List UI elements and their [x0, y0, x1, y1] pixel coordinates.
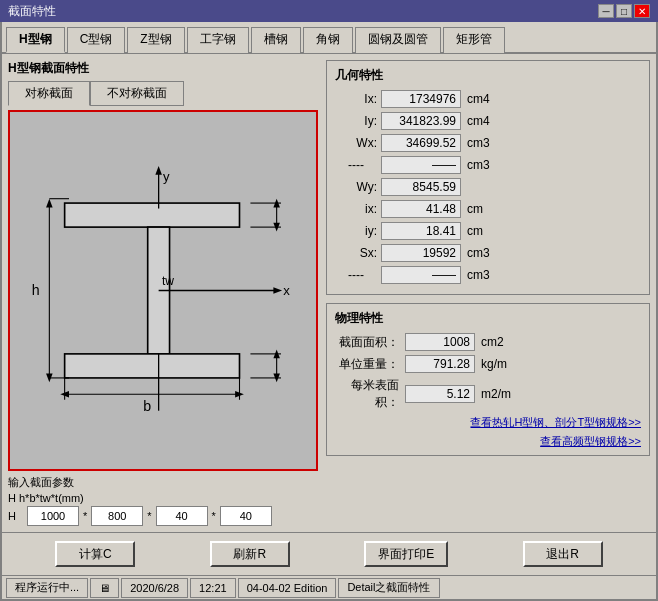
refresh-button[interactable]: 刷新R: [210, 541, 290, 567]
unit-ixx: cm: [467, 202, 497, 216]
unit-area: cm2: [481, 335, 504, 349]
minimize-button[interactable]: ─: [598, 4, 614, 18]
param-input-row: H * * *: [8, 506, 318, 526]
section-title: H型钢截面特性: [8, 60, 318, 77]
content-area: H型钢截面特性 对称截面 不对称截面: [2, 54, 656, 532]
input-params: 输入截面参数 H h*b*tw*t(mm) H * * *: [8, 475, 318, 526]
geometric-properties: 几何特性 Ix: 1734976 cm4 Iy: 341823.99 cm4 W…: [326, 60, 650, 295]
prop-iyy: iy: 18.41 cm: [335, 222, 641, 240]
value-ix: 1734976: [381, 90, 461, 108]
value-iy: 341823.99: [381, 112, 461, 130]
prop-iy: Iy: 341823.99 cm4: [335, 112, 641, 130]
value-wy: 8545.59: [381, 178, 461, 196]
input-t[interactable]: [220, 506, 272, 526]
window-controls: ─ □ ✕: [598, 4, 650, 18]
main-window: H型钢 C型钢 Z型钢 工字钢 槽钢 角钢 圆钢及圆管 矩形管 H型钢截面特性 …: [0, 22, 658, 601]
prop-sx: Sx: 19592 cm3: [335, 244, 641, 262]
value-wx: 34699.52: [381, 134, 461, 152]
left-panel: H型钢截面特性 对称截面 不对称截面: [8, 60, 318, 526]
status-text: 程序运行中...: [6, 578, 88, 598]
value-area: 1008: [405, 333, 475, 351]
value-ixx: 41.48: [381, 200, 461, 218]
link-hot-rolled[interactable]: 查看热轧H型钢、剖分T型钢规格>>: [335, 415, 641, 430]
tab-h-steel[interactable]: H型钢: [6, 27, 65, 53]
tab-rect[interactable]: 矩形管: [443, 27, 505, 53]
input-b[interactable]: [91, 506, 143, 526]
unit-iy: cm4: [467, 114, 497, 128]
value-iyy: 18.41: [381, 222, 461, 240]
input-title: 输入截面参数: [8, 475, 318, 490]
sub-tabs: 对称截面 不对称截面: [8, 81, 318, 106]
exit-button[interactable]: 退出R: [523, 541, 603, 567]
label-dash1: ----: [335, 158, 377, 172]
unit-wx: cm3: [467, 136, 497, 150]
unit-weight: kg/m: [481, 357, 507, 371]
monitor-icon: 🖥: [99, 582, 110, 594]
unit-dash1: cm3: [467, 158, 497, 172]
phys-weight: 单位重量： 791.28 kg/m: [335, 355, 641, 373]
svg-text:x: x: [283, 283, 290, 298]
tab-i-steel[interactable]: 工字钢: [187, 27, 249, 53]
prop-ix: Ix: 1734976 cm4: [335, 90, 641, 108]
tab-z-steel[interactable]: Z型钢: [127, 27, 184, 53]
value-dash2: ——: [381, 266, 461, 284]
tab-channel[interactable]: 槽钢: [251, 27, 301, 53]
status-detail: Detail之截面特性: [338, 578, 439, 598]
label-sx: Sx:: [335, 246, 377, 260]
print-button[interactable]: 界面打印E: [364, 541, 448, 567]
prop-ixx: ix: 41.48 cm: [335, 200, 641, 218]
value-surface: 5.12: [405, 385, 475, 403]
field-label: H: [8, 510, 16, 522]
label-wy: Wy:: [335, 180, 377, 194]
label-wx: Wx:: [335, 136, 377, 150]
unit-surface: m2/m: [481, 387, 511, 401]
prop-wx: Wx: 34699.52 cm3: [335, 134, 641, 152]
svg-text:y: y: [163, 169, 170, 184]
tab-c-steel[interactable]: C型钢: [67, 27, 126, 53]
geo-title: 几何特性: [335, 67, 641, 84]
unit-sx: cm3: [467, 246, 497, 260]
right-panel: 几何特性 Ix: 1734976 cm4 Iy: 341823.99 cm4 W…: [326, 60, 650, 526]
status-time: 12:21: [190, 578, 236, 598]
title-bar: 截面特性 ─ □ ✕: [0, 0, 658, 22]
link-high-freq[interactable]: 查看高频型钢规格>>: [335, 434, 641, 449]
physical-properties: 物理特性 截面面积： 1008 cm2 单位重量： 791.28 kg/m 每米…: [326, 303, 650, 456]
label-iyy: iy:: [335, 224, 377, 238]
sep-3: *: [212, 510, 216, 522]
unit-dash2: cm3: [467, 268, 497, 282]
svg-text:tw: tw: [162, 274, 174, 288]
phys-title: 物理特性: [335, 310, 641, 327]
sub-tab-symmetric[interactable]: 对称截面: [8, 81, 90, 106]
unit-iyy: cm: [467, 224, 497, 238]
label-ix: Ix:: [335, 92, 377, 106]
bottom-buttons: 计算C 刷新R 界面打印E 退出R: [2, 532, 656, 575]
svg-rect-3: [65, 354, 240, 378]
status-icon: 🖥: [90, 578, 119, 598]
input-tw[interactable]: [156, 506, 208, 526]
prop-dash2: ---- —— cm3: [335, 266, 641, 284]
phys-area: 截面面积： 1008 cm2: [335, 333, 641, 351]
status-edition: 04-04-02 Edition: [238, 578, 337, 598]
sep-1: *: [83, 510, 87, 522]
value-dash1: ——: [381, 156, 461, 174]
value-sx: 19592: [381, 244, 461, 262]
value-weight: 791.28: [405, 355, 475, 373]
tab-round[interactable]: 圆钢及圆管: [355, 27, 441, 53]
status-date: 2020/6/28: [121, 578, 188, 598]
label-iy: Iy:: [335, 114, 377, 128]
calc-button[interactable]: 计算C: [55, 541, 135, 567]
maximize-button[interactable]: □: [616, 4, 632, 18]
sep-2: *: [147, 510, 151, 522]
tab-angle[interactable]: 角钢: [303, 27, 353, 53]
close-button[interactable]: ✕: [634, 4, 650, 18]
svg-text:h: h: [32, 282, 40, 298]
label-weight: 单位重量：: [335, 356, 399, 373]
window-title: 截面特性: [8, 3, 56, 20]
phys-surface: 每米表面积： 5.12 m2/m: [335, 377, 641, 411]
prop-dash1: ---- —— cm3: [335, 156, 641, 174]
sub-tab-asymmetric[interactable]: 不对称截面: [90, 81, 184, 106]
status-bar: 程序运行中... 🖥 2020/6/28 12:21 04-04-02 Edit…: [2, 575, 656, 599]
input-h[interactable]: [27, 506, 79, 526]
input-subtitle: H h*b*tw*t(mm): [8, 492, 318, 504]
tab-bar: H型钢 C型钢 Z型钢 工字钢 槽钢 角钢 圆钢及圆管 矩形管: [2, 22, 656, 54]
